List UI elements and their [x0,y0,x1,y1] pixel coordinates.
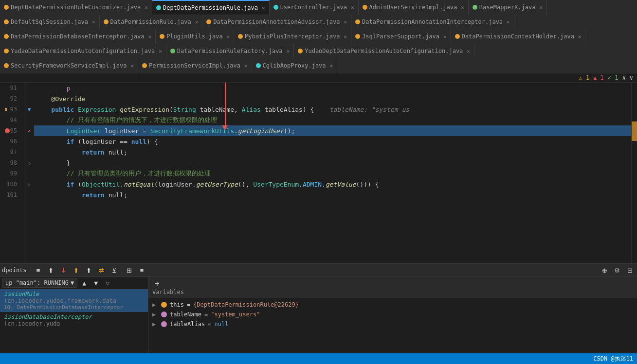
toolbar-btn-resume[interactable]: ≡ [33,265,44,276]
tab-plugin-utils[interactable]: PluginUtils.java ✕ [156,29,234,44]
red-arrow-head [222,125,228,130]
navigation-arrows-down[interactable]: ∨ [630,74,633,81]
tab-rule-factory[interactable]: DataPermissionRuleFactory.java ✕ [166,44,294,58]
expand-tablename[interactable]: ▶ [152,311,158,318]
tab-close[interactable]: ✕ [467,48,470,54]
tab-close[interactable]: ✕ [507,19,510,25]
toolbar-btn-list[interactable]: ≡ [137,265,147,276]
gutter-101 [24,190,34,200]
toolbar-btn-run-cursor[interactable]: ⬆ [84,265,94,276]
bottom-panel: dpoints ≡ ⬆ ⬇ ⬆ ⬆ ⇄ ⊻ ⊞ ≡ ⊕ ⚙ ⊟ up "main… [0,263,637,353]
frame-label-1: issionDatabaseInterceptor (cn.iocoder.yu… [4,313,144,327]
line-num-94: 94 [4,115,20,125]
tab-data-perm-annotation-interceptor[interactable]: DataPermissionAnnotationInterceptor.java… [351,15,514,29]
thread-dropdown[interactable]: up "main": RUNNING ▼ [2,278,77,288]
tab-close[interactable]: ✕ [244,63,248,69]
line-numbers: 91 92 ⬆93 94 95 96 97 98 99 100 101 [0,83,24,263]
tab-close[interactable]: ✕ [130,63,134,69]
tab-yudao-auto[interactable]: YudaoDataPermissionAutoConfiguration.jav… [0,44,166,58]
gutter-91 [24,83,34,93]
tab-label: DataPermissionAnnotationInterceptor.java [362,18,503,25]
tab-icon [455,34,460,39]
tab-base-mapper[interactable]: BaseMapperX.java ✕ [469,0,547,15]
toolbar-btn-evaluate[interactable]: ⇄ [96,265,107,276]
var-icon-this [161,302,167,308]
variables-panel: + Variables ▶ this = {DeptDataPermission… [148,277,637,353]
tab-close[interactable]: ✕ [195,19,199,25]
frame-item-1[interactable]: issionDatabaseInterceptor (cn.iocoder.yu… [0,312,148,329]
tab-default-sql[interactable]: DefaultSqlSession.java ✕ [0,15,100,29]
tab-data-perm-db[interactable]: DataPermissionDatabaseInterceptor.java ✕ [0,29,156,44]
tab-security-service[interactable]: SecurityFrameworkServiceImpl.java ✕ [0,58,138,73]
toolbar-btn-table[interactable]: ⊞ [124,265,135,276]
tab-close[interactable]: ✕ [92,19,95,25]
line-num-93: ⬆93 [4,104,20,115]
variables-list: ▶ this = {DeptDataPermissionRule@22629} … [148,298,637,353]
tab-row-2: DefaultSqlSession.java ✕ DataPermissionR… [0,15,637,29]
var-tablealias[interactable]: ▶ tableAlias = null [148,319,637,329]
gutter-95: ✔ [24,125,34,136]
tab-close[interactable]: ✕ [159,48,162,54]
tab-cglib-proxy[interactable]: CglibAopProxy.java ✕ [252,58,338,73]
gutter-96 [24,136,34,147]
tab-yudao-dept[interactable]: YudaoDeptDataPermissionAutoConfiguration… [294,44,474,58]
toolbar-btn-step-out[interactable]: ⬆ [71,265,82,276]
tab-close[interactable]: ✕ [461,4,464,11]
tab-dept-customizer[interactable]: DeptDataPermissionRuleCustomizer.java ✕ [0,0,152,15]
expand-tablealias[interactable]: ▶ [152,321,158,328]
code-line-96: if (loginUser == null ) { [34,136,631,147]
tab-close[interactable]: ✕ [539,4,543,11]
filter-frames[interactable]: ▽ [103,278,112,288]
tab-label: MybatisPlusInterceptor.java [245,33,340,40]
tab-permission-service[interactable]: PermissionServiceImpl.java ✕ [138,58,252,73]
tab-icon [298,49,303,53]
toolbar-btn-layout[interactable]: ⊟ [624,265,635,276]
navigation-arrows[interactable]: ∧ [622,74,626,81]
toolbar-btn-filter[interactable]: ⊻ [109,265,120,276]
expand-this[interactable]: ▶ [152,301,158,308]
tab-close[interactable]: ✕ [145,4,148,11]
right-scrollbar[interactable] [631,83,637,263]
red-arrow-line [225,83,226,126]
code-area[interactable]: 91 92 ⬆93 94 95 96 97 98 99 100 101 ▼ ✔ … [0,83,637,263]
tab-close[interactable]: ✕ [443,34,447,40]
tab-dept-rule[interactable]: DeptDataPermissionRule.java ✕ [152,0,270,15]
code-line-91: p [34,83,631,93]
tab-close[interactable]: ✕ [344,34,347,40]
tab-mybatis-plus[interactable]: MybatisPlusInterceptor.java ✕ [234,29,351,44]
tab-data-perm-advisor[interactable]: DataPermissionAnnotationAdvisor.java ✕ [202,15,351,29]
code-line-94: // 只有有登陆用户的情况下，才进行数据权限的处理 [34,115,631,125]
tab-jsql-parser[interactable]: JsqlParserSupport.java ✕ [351,29,451,44]
toolbar-btn-step-into[interactable]: ⬇ [58,265,69,276]
var-tablename[interactable]: ▶ tableName = "system_users" [148,310,637,319]
tab-close[interactable]: ✕ [227,34,230,40]
gutter: ▼ ✔ ◇ ◇ [24,83,34,263]
nav-down[interactable]: ▼ [91,278,101,288]
tab-data-context-holder[interactable]: DataPermissionContextHolder.java ✕ [451,29,586,44]
tab-icon [4,63,9,68]
line-num-99: 99 [4,168,20,179]
tab-close[interactable]: ✕ [578,34,582,40]
tab-label: DataPermissionAnnotationAdvisor.java [213,18,340,25]
tab-label: DataPermissionRuleFactory.java [177,48,283,54]
toolbar-btn-step-over[interactable]: ⬆ [46,265,56,276]
add-variable-btn[interactable]: + [152,279,162,289]
tab-close[interactable]: ✕ [330,63,333,69]
tab-user-controller[interactable]: UserController.java ✕ [270,0,359,15]
toolbar-btn-gear[interactable]: ⚙ [612,265,622,276]
tab-icon [273,5,278,10]
toolbar-btn-settings-right[interactable]: ⊕ [599,265,610,276]
tab-close[interactable]: ✕ [262,5,265,11]
tab-admin-service[interactable]: AdminUserServiceImpl.java ✕ [359,0,469,15]
tab-close[interactable]: ✕ [148,34,152,40]
tab-icon [355,34,360,39]
code-lines[interactable]: p @Override public Expression getExpress… [34,83,631,263]
frame-item-0[interactable]: issionRule (cn.iocoder.yudao.framework.d… [0,289,148,312]
tab-label: AdminUserServiceImpl.java [369,4,457,11]
tab-close[interactable]: ✕ [344,19,347,25]
nav-up[interactable]: ▲ [79,278,89,288]
tab-close[interactable]: ✕ [351,4,354,11]
tab-data-perm-rule[interactable]: DataPermissionRule.java ✕ [100,15,203,29]
var-this[interactable]: ▶ this = {DeptDataPermissionRule@22629} [148,300,637,310]
tab-close[interactable]: ✕ [287,48,290,54]
